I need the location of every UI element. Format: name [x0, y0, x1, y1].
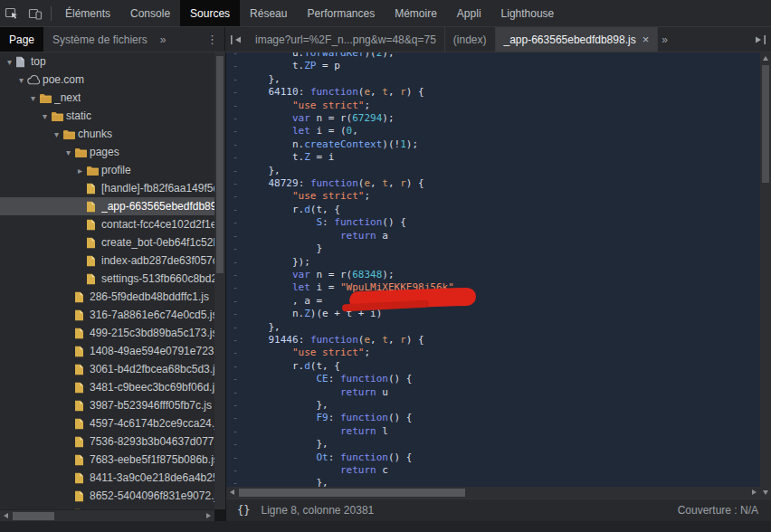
- gutter-marker[interactable]: -: [226, 295, 244, 308]
- tree-item[interactable]: 286-5f9dedb48bddffc1.js: [0, 288, 214, 306]
- gutter-marker[interactable]: -: [226, 112, 244, 125]
- tree-item[interactable]: _app-663565ebedfdb898.js: [0, 197, 214, 215]
- gutter-marker[interactable]: -: [226, 334, 244, 347]
- device-toolbar-icon[interactable]: [24, 2, 47, 25]
- scroll-right-icon[interactable]: [206, 513, 211, 518]
- editor-vertical-scrollbar[interactable]: [760, 52, 771, 499]
- navigator-menu-icon[interactable]: ⋮: [200, 33, 224, 46]
- chevron-expanded-icon[interactable]: ▾: [51, 129, 62, 139]
- tree-item[interactable]: 1408-49ae594e0791e723.js: [0, 342, 214, 360]
- scroll-left-icon[interactable]: [230, 489, 234, 495]
- gutter-marker[interactable]: -: [226, 464, 244, 477]
- tree-item[interactable]: ▾pages: [0, 143, 214, 161]
- tree-vertical-scrollbar[interactable]: [214, 52, 225, 509]
- tree-item[interactable]: 3987-b523946fff05fb7c.js: [0, 396, 214, 414]
- tree-item[interactable]: 4597-4c6174b2ce9cca24.js: [0, 414, 214, 432]
- tab-page[interactable]: Page: [0, 27, 43, 52]
- toggle-debugger-sidebar-icon[interactable]: [749, 27, 771, 52]
- tree-item[interactable]: index-adb287de63f057c4.js: [0, 252, 214, 270]
- gutter-marker[interactable]: -: [226, 373, 244, 385]
- gutter-marker[interactable]: -: [226, 438, 244, 451]
- gutter-marker[interactable]: -: [226, 281, 244, 294]
- tool-tab-appli[interactable]: Appli: [447, 0, 491, 26]
- chevron-expanded-icon[interactable]: ▾: [39, 111, 51, 121]
- gutter-marker[interactable]: -: [226, 386, 244, 399]
- gutter-marker[interactable]: -: [226, 190, 244, 203]
- gutter-marker[interactable]: -: [226, 347, 244, 359]
- chevron-expanded-icon[interactable]: ▾: [62, 147, 74, 157]
- chevron-expanded-icon[interactable]: ▾: [27, 93, 39, 103]
- gutter-marker[interactable]: -: [226, 86, 244, 99]
- tree-horizontal-scrollbar[interactable]: [0, 509, 214, 521]
- tool-tab-reseau[interactable]: Réseau: [240, 0, 297, 26]
- tree-item[interactable]: 7683-eebe5f1f875b086b.js: [0, 451, 214, 469]
- tree-item[interactable]: 3481-c9beec3bc69bf06d.js: [0, 378, 214, 396]
- editor-horizontal-scrollbar[interactable]: [226, 487, 760, 499]
- gutter-marker[interactable]: -: [226, 477, 244, 487]
- tree-item[interactable]: 499-215c3bd89ba5c173.js: [0, 324, 214, 342]
- tool-tab-memoire[interactable]: Mémoire: [385, 0, 447, 26]
- tool-tab-elements[interactable]: Éléments: [55, 0, 120, 26]
- navigator-overflow-icon[interactable]: »: [157, 33, 170, 46]
- editor-horizontal-scrollbar-thumb[interactable]: [239, 489, 465, 497]
- gutter-marker[interactable]: -: [226, 256, 244, 269]
- gutter-marker[interactable]: -: [226, 138, 244, 151]
- tree-item[interactable]: 8652-5404096f831e9072.js: [0, 487, 214, 505]
- gutter-marker[interactable]: -: [226, 216, 244, 229]
- tree-item[interactable]: ▾chunks: [0, 125, 214, 143]
- tool-tab-console[interactable]: Console: [120, 0, 180, 26]
- inspect-element-icon[interactable]: [0, 2, 24, 25]
- gutter-marker[interactable]: -: [226, 308, 244, 320]
- tree-item[interactable]: 3061-b4d2fbcea68bc5d3.js: [0, 360, 214, 378]
- code-editor[interactable]: - u.forwardRef)(2);- t.ZP = p- },- 64110…: [226, 52, 760, 487]
- tool-tab-sources[interactable]: Sources: [180, 0, 240, 26]
- gutter-marker[interactable]: -: [226, 100, 244, 112]
- tree-horizontal-scrollbar-thumb[interactable]: [13, 512, 54, 520]
- scroll-right-icon[interactable]: [752, 489, 757, 495]
- gutter-marker[interactable]: -: [226, 451, 244, 464]
- file-tab--app-663565ebedfdb898-js[interactable]: _app-663565ebedfdb898.js×: [496, 27, 659, 52]
- gutter-marker[interactable]: -: [226, 204, 244, 216]
- chevron-collapsed-icon[interactable]: ▸: [74, 166, 86, 176]
- tool-tab-lighthouse[interactable]: Lighthouse: [491, 0, 565, 26]
- chevron-expanded-icon[interactable]: ▾: [15, 75, 27, 85]
- pretty-print-icon[interactable]: {}: [237, 504, 250, 517]
- tree-item[interactable]: create_bot-0eb64f1c52b7.js: [0, 233, 214, 252]
- close-tab-icon[interactable]: ×: [642, 33, 650, 46]
- tabs-overflow-icon[interactable]: »: [658, 33, 671, 46]
- collapse-navigator-icon[interactable]: [225, 27, 247, 52]
- tree-item[interactable]: contact-fcc4ce102d2f1e.js: [0, 215, 214, 233]
- gutter-marker[interactable]: -: [226, 360, 244, 373]
- scroll-up-icon[interactable]: [763, 56, 768, 61]
- gutter-marker[interactable]: -: [226, 269, 244, 281]
- gutter-marker[interactable]: -: [226, 242, 244, 255]
- chevron-expanded-icon[interactable]: ▾: [4, 57, 15, 67]
- gutter-marker[interactable]: -: [226, 52, 244, 60]
- gutter-marker[interactable]: -: [226, 321, 244, 334]
- tree-item[interactable]: ▸profile: [0, 161, 214, 179]
- file-tab--index-[interactable]: (index): [445, 27, 496, 52]
- gutter-marker[interactable]: -: [226, 151, 244, 164]
- tab-filesystem[interactable]: Système de fichiers: [43, 27, 157, 52]
- scroll-down-icon[interactable]: [763, 490, 768, 495]
- gutter-marker[interactable]: -: [226, 60, 244, 72]
- tool-tab-performances[interactable]: Performances: [297, 0, 385, 26]
- file-tab-image-url-2f-n-png-w-48-q-75[interactable]: image?url=%2F_n...png&w=48&q=75: [247, 27, 445, 52]
- gutter-marker[interactable]: -: [226, 412, 244, 424]
- gutter-marker[interactable]: -: [226, 177, 244, 190]
- gutter-marker[interactable]: -: [226, 399, 244, 412]
- tree-item[interactable]: ▾poe.com: [0, 71, 214, 89]
- tree-item[interactable]: [handle]-fb82f6aa149f5d.js: [0, 179, 214, 197]
- tree-item[interactable]: settings-513fb660c8bd21.js: [0, 270, 214, 288]
- tree-item[interactable]: 316-7a8861e6c74e0cd5.js: [0, 306, 214, 324]
- tree-item[interactable]: 8411-3a9c0e218de6a4b25.js: [0, 469, 214, 487]
- tree-item[interactable]: ▾static: [0, 107, 214, 125]
- editor-vertical-scrollbar-thumb[interactable]: [762, 65, 769, 183]
- gutter-marker[interactable]: -: [226, 125, 244, 138]
- gutter-marker[interactable]: -: [226, 230, 244, 242]
- scroll-left-icon[interactable]: [4, 513, 8, 518]
- gutter-marker[interactable]: -: [226, 165, 244, 177]
- tree-vertical-scrollbar-thumb[interactable]: [216, 56, 224, 273]
- tree-item[interactable]: 7536-8293b3b04637d077.js: [0, 432, 214, 451]
- tree-item[interactable]: ▾_next: [0, 89, 214, 107]
